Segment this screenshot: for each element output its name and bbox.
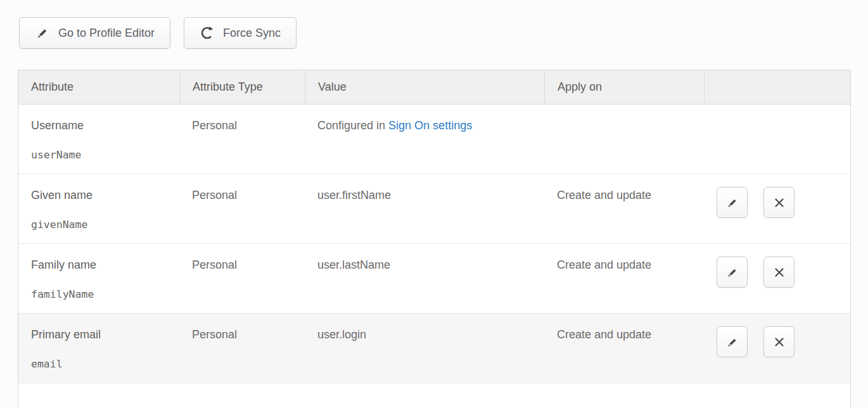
value-cell: user.lastName bbox=[305, 244, 544, 313]
value-cell: user.login bbox=[305, 314, 544, 383]
apply-on-cell: Create and update bbox=[544, 314, 704, 383]
attribute-cell: Primary email email bbox=[18, 314, 179, 383]
column-header-apply-on: Apply on bbox=[544, 70, 704, 104]
table-row-partial bbox=[18, 383, 850, 408]
table-row-primary-email: Primary email email Personal user.login … bbox=[18, 314, 850, 383]
actions-cell bbox=[704, 314, 850, 383]
pencil-icon bbox=[725, 335, 739, 349]
attribute-cell: Username userName bbox=[18, 105, 179, 174]
attribute-variable-name: email bbox=[31, 357, 167, 371]
pencil-icon bbox=[725, 265, 739, 279]
attribute-variable-name: familyName bbox=[31, 288, 167, 302]
apply-on-cell: Create and update bbox=[544, 174, 704, 243]
table-row-username: Username userName Personal Configured in… bbox=[18, 105, 850, 174]
pencil-icon bbox=[35, 25, 50, 41]
force-sync-button[interactable]: Force Sync bbox=[184, 17, 297, 49]
column-header-attribute-type: Attribute Type bbox=[179, 70, 305, 104]
toolbar: Go to Profile Editor Force Sync bbox=[19, 17, 297, 49]
force-sync-label: Force Sync bbox=[223, 27, 281, 40]
attribute-label: Primary email bbox=[31, 328, 167, 341]
attribute-variable-name: givenName bbox=[31, 218, 167, 232]
attribute-type-cell: Personal bbox=[179, 105, 305, 174]
attribute-cell: Given name givenName bbox=[18, 174, 179, 243]
delete-attribute-button[interactable] bbox=[763, 326, 795, 357]
sign-on-settings-link[interactable]: Sign On settings bbox=[388, 119, 472, 132]
actions-cell bbox=[704, 105, 850, 174]
refresh-icon bbox=[200, 25, 215, 41]
x-icon bbox=[772, 335, 786, 349]
attribute-type-cell: Personal bbox=[179, 244, 305, 313]
x-icon bbox=[772, 196, 786, 210]
value-cell: user.firstName bbox=[305, 174, 544, 243]
table-header: Attribute Attribute Type Value Apply on bbox=[18, 70, 850, 105]
attribute-type-cell: Personal bbox=[179, 314, 305, 383]
pencil-icon bbox=[725, 196, 739, 210]
attribute-type-cell: Personal bbox=[179, 174, 305, 243]
delete-attribute-button[interactable] bbox=[763, 187, 795, 218]
value-text: Configured in bbox=[317, 119, 388, 132]
column-header-value: Value bbox=[305, 70, 544, 104]
table-row-given-name: Given name givenName Personal user.first… bbox=[18, 174, 850, 244]
attribute-mappings-table: Attribute Attribute Type Value Apply on … bbox=[18, 70, 851, 408]
apply-on-cell: Create and update bbox=[544, 244, 704, 313]
attribute-cell: Family name familyName bbox=[18, 244, 179, 313]
value-cell: Configured in Sign On settings bbox=[305, 105, 544, 174]
actions-cell bbox=[704, 244, 850, 313]
column-header-actions bbox=[704, 70, 850, 104]
delete-attribute-button[interactable] bbox=[763, 257, 795, 288]
attribute-label: Username bbox=[31, 118, 167, 132]
apply-on-cell bbox=[544, 105, 704, 174]
column-header-attribute: Attribute bbox=[18, 70, 179, 104]
edit-attribute-button[interactable] bbox=[717, 187, 748, 218]
edit-attribute-button[interactable] bbox=[717, 257, 748, 288]
attribute-variable-name: userName bbox=[31, 148, 167, 162]
x-icon bbox=[772, 265, 786, 279]
actions-cell bbox=[704, 174, 850, 243]
table-row-family-name: Family name familyName Personal user.las… bbox=[18, 244, 850, 314]
attribute-label: Given name bbox=[31, 188, 167, 202]
attribute-label: Family name bbox=[31, 258, 167, 272]
go-to-profile-editor-label: Go to Profile Editor bbox=[58, 27, 155, 40]
go-to-profile-editor-button[interactable]: Go to Profile Editor bbox=[19, 17, 170, 49]
edit-attribute-button[interactable] bbox=[717, 326, 748, 357]
